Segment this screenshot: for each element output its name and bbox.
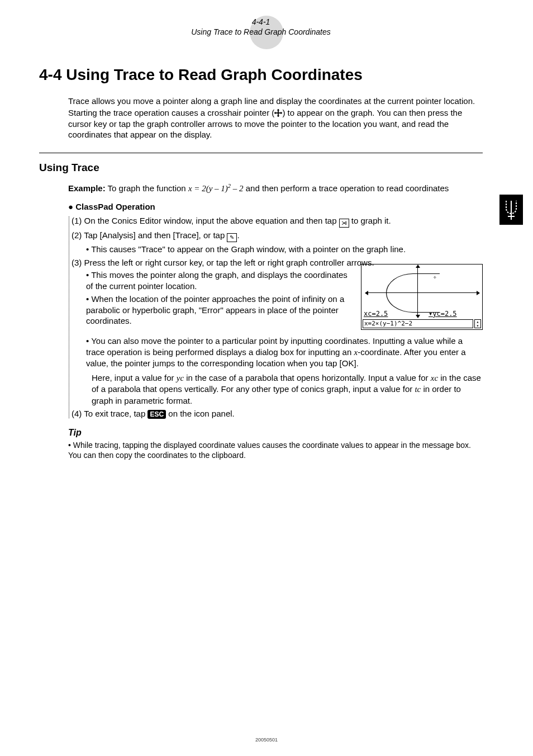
step2-a: (2) Tap [Analysis] and then [Trace], or … <box>72 230 227 240</box>
step-2: (2) Tap [Analysis] and then [Trace], or … <box>72 230 483 255</box>
intro-paragraph-1: Trace allows you move a pointer along a … <box>68 96 483 107</box>
step3-sub2: When the location of the pointer approac… <box>86 294 344 325</box>
example-text-b: and then perform a trace operation to re… <box>244 183 449 193</box>
yc-var: yc <box>177 374 184 382</box>
section-rule <box>39 153 483 153</box>
eq-tail: – 2 <box>231 184 244 193</box>
page-title: 4-4 Using Trace to Read Graph Coordinate… <box>39 65 483 85</box>
arrow-right-icon <box>477 291 480 295</box>
step-1: (1) On the Conics Editor window, input t… <box>72 215 483 228</box>
arrow-down-icon <box>416 315 420 318</box>
screenshot-yc: ▾yc=2.5 <box>429 310 457 319</box>
operation-heading: ● ClassPad Operation <box>68 201 483 212</box>
intro-p2-a: Starting the trace operation causes a cr… <box>68 108 274 117</box>
screenshot-formula: x=2×(y−1)^2−2 <box>363 319 473 328</box>
eq-mid: = 2( <box>192 184 209 193</box>
step3-text: (3) Press the left or right cursor key, … <box>72 258 374 267</box>
step2-sub-text: This causes "Trace" to appear on the Gra… <box>91 244 406 254</box>
s3para-a: Here, input a value for <box>92 373 177 382</box>
step-4: (4) To exit trace, tap ESC on the icon p… <box>72 408 483 419</box>
step1-a: (1) On the Conics Editor window, input t… <box>72 216 339 225</box>
step3-sub-text-col: • This moves the pointer along the graph… <box>86 270 354 327</box>
tip-heading: Tip <box>68 427 483 439</box>
parabola-curve <box>386 273 440 313</box>
trace-icon: ✎ <box>227 233 237 242</box>
screenshot-scroll-icon: ▴▾ <box>474 319 481 328</box>
eq-x: x <box>188 184 192 193</box>
step3-para: Here, input a value for yc in the case o… <box>92 372 483 407</box>
step3-subgroup: • This moves the pointer along the graph… <box>86 270 483 330</box>
tip-text: While tracing, tapping the displayed coo… <box>68 441 471 460</box>
conics-graph-icon: ⋊ <box>339 219 349 228</box>
step4-a: (4) To exit trace, tap <box>72 409 147 418</box>
step1-b: to graph it. <box>349 216 391 225</box>
tip-body: • While tracing, tapping the displayed c… <box>68 440 483 460</box>
example-text-a: To graph the function <box>108 183 188 193</box>
arrow-left-icon <box>365 291 368 295</box>
step4-b: on the icon panel. <box>166 409 235 418</box>
s3para-b: in the case of a parabola that opens hor… <box>184 373 431 382</box>
step2-sub: • This causes "Trace" to appear on the G… <box>86 244 483 255</box>
crosshair-icon <box>274 109 282 117</box>
page-code: 4-4-1 <box>39 17 483 27</box>
step-3: (3) Press the left or right cursor key, … <box>72 257 483 407</box>
screenshot-xc: xc=2.5 <box>364 310 388 319</box>
xc-var: xc <box>431 374 438 382</box>
running-header: 4-4-1 Using Trace to Read Graph Coordina… <box>39 17 483 37</box>
step2-b: . <box>237 230 239 240</box>
esc-button-icon: ESC <box>147 410 166 419</box>
step3-sub1: This moves the pointer along the graph, … <box>86 270 348 291</box>
example-label: Example: <box>68 183 106 193</box>
intro-block: Trace allows you move a pointer along a … <box>39 96 483 140</box>
eq-rhs: – 1) <box>212 184 228 193</box>
section-heading: Using Trace <box>39 161 483 175</box>
calculator-screenshot: ✧ xc=2.5 ▾yc=2.5 x=2×(y−1)^2−2 ▴▾ <box>361 264 483 330</box>
arrow-up-icon <box>416 264 420 268</box>
running-subtitle: Using Trace to Read Graph Coordinates <box>191 27 331 36</box>
footer-code: 20050501 <box>0 737 533 744</box>
trace-cursor-icon: ✧ <box>433 273 437 281</box>
intro-paragraph-2: Starting the trace operation causes a cr… <box>68 107 483 140</box>
screenshot-yc-val: yc=2.5 <box>432 310 456 318</box>
equation: x = 2(y – 1)2 – 2 <box>188 184 244 193</box>
tc-var: tc <box>415 385 421 394</box>
margin-pitchfork-icon <box>499 195 523 225</box>
step3-sub3: • You can also move the pointer to a par… <box>86 336 483 369</box>
op-head-text: ClassPad Operation <box>75 202 155 211</box>
example-row: Example: To graph the function x = 2(y –… <box>68 182 483 195</box>
steps-block: (1) On the Conics Editor window, input t… <box>72 215 483 419</box>
